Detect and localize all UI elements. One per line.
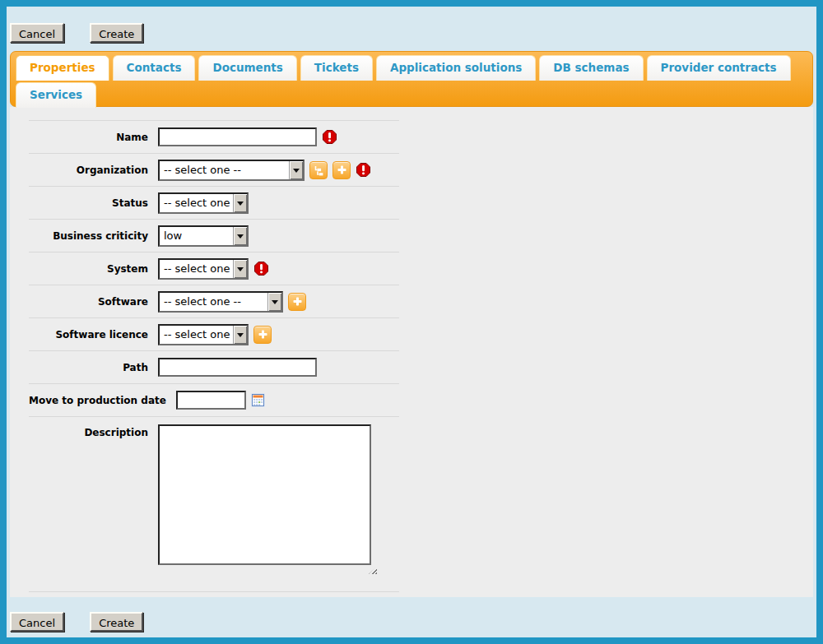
create-button[interactable]: Create [90,23,143,43]
create-button-bottom[interactable]: Create [90,612,143,632]
system-select[interactable]: -- select one -- [158,258,249,280]
form-row-software-licence: Software licence -- select one -- [29,317,399,350]
business-criticity-select[interactable]: low [158,225,249,247]
form-row-path: Path [29,350,399,383]
dropdown-arrow-icon [233,326,247,344]
required-icon [254,262,268,276]
add-software-licence-button[interactable] [253,326,272,344]
tab-properties[interactable]: Properties [16,55,109,81]
organization-select[interactable]: -- select one -- [158,160,305,181]
form-bottom-divider [29,591,399,592]
description-textarea[interactable] [158,424,371,565]
add-software-button[interactable] [288,293,306,311]
software-label: Software [29,296,158,308]
tab-db-schemas[interactable]: DB schemas [539,55,643,81]
tab-provider-contracts[interactable]: Provider contracts [647,55,791,81]
path-label: Path [29,362,158,373]
status-select[interactable]: -- select one -- [158,192,249,214]
software-licence-select[interactable]: -- select one -- [158,324,249,345]
business-criticity-label: Business criticity [29,230,158,242]
required-icon [323,130,337,144]
plus-icon [291,295,304,308]
resize-grip[interactable] [369,567,377,574]
form-row-move-to-production-date: Move to production date [29,383,399,416]
top-toolbar: Cancel Create [7,7,816,51]
software-select[interactable]: -- select one -- [158,291,283,313]
plus-icon [336,164,348,176]
bottom-toolbar: Cancel Create [7,597,816,637]
calendar-icon [251,393,265,407]
description-label: Description [29,424,158,438]
name-input[interactable] [158,127,317,146]
calendar-picker-button[interactable] [251,393,265,407]
status-label: Status [29,197,158,209]
dropdown-arrow-icon [233,227,247,245]
dropdown-arrow-icon [233,260,247,278]
required-icon [356,163,370,177]
path-input[interactable] [158,358,317,377]
form-row-description: Description [29,416,399,581]
form-row-business-criticity: Business criticity low [29,219,399,252]
tab-content: Name Organization -- select one -- [10,107,813,597]
name-label: Name [29,132,158,143]
dropdown-arrow-icon [267,293,281,311]
form-row-status: Status -- select one -- [29,186,399,219]
tab-documents[interactable]: Documents [198,55,296,81]
app-window: Cancel Create Properties Contacts Docume… [0,0,823,644]
hierarchy-button[interactable] [309,161,328,179]
form-row-software: Software -- select one -- [29,285,399,317]
tab-services[interactable]: Services [16,82,96,108]
tab-application-solutions[interactable]: Application solutions [376,55,536,81]
tab-contacts[interactable]: Contacts [113,55,196,81]
hierarchy-icon [312,164,325,177]
form-row-name: Name [29,120,399,153]
plus-icon [257,328,269,341]
form-panel: Properties Contacts Documents Tickets Ap… [10,51,813,597]
cancel-button-bottom[interactable]: Cancel [10,612,64,632]
add-organization-button[interactable] [332,161,351,179]
tab-row-break [14,81,809,81]
system-label: System [29,263,158,275]
form-row-organization: Organization -- select one -- [29,153,399,186]
move-to-production-date-input[interactable] [176,391,246,410]
tab-tickets[interactable]: Tickets [300,55,373,81]
form-row-system: System -- select one -- [29,252,399,285]
organization-label: Organization [29,164,158,176]
tab-bar: Properties Contacts Documents Tickets Ap… [10,51,813,107]
dropdown-arrow-icon [289,161,303,179]
software-licence-label: Software licence [29,329,158,341]
move-to-production-date-label: Move to production date [29,395,176,406]
form-table: Name Organization -- select one -- [29,120,399,592]
cancel-button[interactable]: Cancel [10,23,64,43]
dropdown-arrow-icon [233,194,247,212]
